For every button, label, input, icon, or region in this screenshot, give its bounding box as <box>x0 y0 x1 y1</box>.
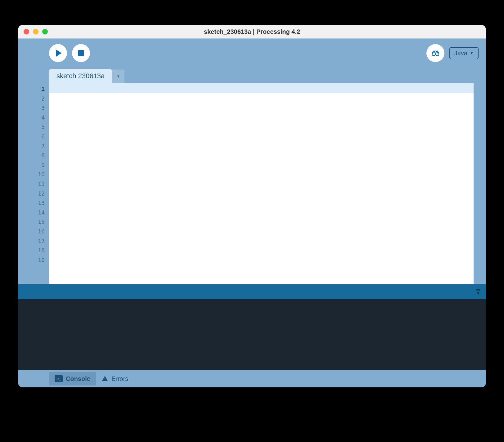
mode-label: Java <box>454 50 467 57</box>
console-icon: >_ <box>55 375 63 382</box>
line-number: 4 <box>18 113 49 123</box>
line-number: 19 <box>18 255 49 265</box>
run-button[interactable] <box>49 44 67 62</box>
stop-button[interactable] <box>72 44 90 62</box>
svg-rect-12 <box>105 377 105 379</box>
editor-area: 1 2 3 4 5 6 7 8 9 10 11 12 13 14 15 16 1… <box>18 83 486 284</box>
resize-handle-icon[interactable]: ▬▼ <box>476 287 480 295</box>
line-number: 6 <box>18 132 49 142</box>
line-number: 11 <box>18 179 49 189</box>
line-number: 18 <box>18 246 49 255</box>
line-number: 2 <box>18 94 49 104</box>
line-number: 15 <box>18 217 49 227</box>
line-number: 7 <box>18 142 49 151</box>
mode-select[interactable]: Java ▼ <box>449 47 479 59</box>
current-line-highlight <box>49 83 474 93</box>
line-number: 12 <box>18 189 49 199</box>
svg-line-9 <box>434 51 435 52</box>
code-editor[interactable] <box>49 83 474 284</box>
line-number: 3 <box>18 103 49 113</box>
line-number: 14 <box>18 208 49 218</box>
line-number: 17 <box>18 237 49 246</box>
sketch-tab[interactable]: sketch 230613a <box>49 69 112 83</box>
window-title: sketch_230613a | Processing 4.2 <box>18 28 486 35</box>
debug-button[interactable] <box>426 44 444 62</box>
svg-line-7 <box>438 55 439 56</box>
line-number: 8 <box>18 151 49 160</box>
line-number: 16 <box>18 227 49 237</box>
titlebar: sketch_230613a | Processing 4.2 <box>18 25 486 38</box>
svg-line-4 <box>432 55 433 56</box>
line-number: 10 <box>18 170 49 179</box>
svg-line-8 <box>433 51 434 52</box>
play-icon <box>56 49 61 57</box>
debug-icon <box>431 49 440 57</box>
svg-line-5 <box>438 52 439 53</box>
svg-line-11 <box>437 51 438 52</box>
errors-tab-label: Errors <box>111 375 128 382</box>
chevron-down-icon: ▼ <box>116 74 120 79</box>
tab-menu-button[interactable]: ▼ <box>112 70 124 83</box>
console-tab[interactable]: >_ Console <box>49 372 96 386</box>
line-number: 9 <box>18 160 49 170</box>
svg-line-10 <box>436 51 436 52</box>
gutter: 1 2 3 4 5 6 7 8 9 10 11 12 13 14 15 16 1… <box>18 83 49 284</box>
stop-icon <box>78 50 84 56</box>
warning-icon <box>101 375 108 382</box>
chevron-down-icon: ▼ <box>470 51 474 55</box>
toolbar: Java ▼ <box>18 38 486 68</box>
line-number: 13 <box>18 198 49 208</box>
tab-row: sketch 230613a ▼ <box>18 68 486 83</box>
line-number: 1 <box>18 84 49 94</box>
footer: >_ Console Errors <box>18 370 486 387</box>
console-output[interactable] <box>18 299 486 370</box>
console-divider[interactable]: ▬▼ <box>18 284 486 299</box>
app-window: sketch_230613a | Processing 4.2 <box>18 25 486 387</box>
errors-tab[interactable]: Errors <box>96 372 134 386</box>
svg-point-0 <box>433 52 435 56</box>
line-number: 5 <box>18 122 49 132</box>
svg-point-1 <box>435 52 438 56</box>
svg-rect-13 <box>105 380 105 381</box>
svg-line-2 <box>432 52 433 53</box>
console-tab-label: Console <box>66 375 90 382</box>
